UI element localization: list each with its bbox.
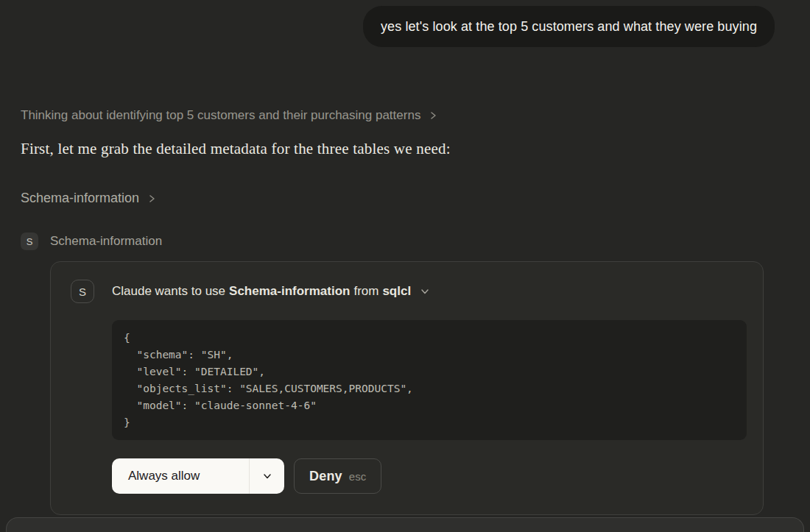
deny-esc-hint: esc — [349, 470, 366, 483]
chevron-down-icon[interactable] — [250, 458, 284, 494]
permission-card-header: S Claude wants to use Schema-information… — [71, 280, 745, 303]
tool-input-json: { "schema": "SH", "level": "DETAILED", "… — [124, 330, 735, 431]
deny-button[interactable]: Deny esc — [294, 458, 381, 494]
user-message-row: yes let's look at the top 5 customers an… — [0, 0, 810, 47]
permission-server-name: sqlcl — [382, 284, 411, 299]
chat-page: yes let's look at the top 5 customers an… — [0, 0, 810, 532]
chevron-right-icon — [428, 110, 438, 121]
permission-tool-name: Schema-information — [229, 284, 350, 299]
permission-title-toggle[interactable]: Claude wants to use Schema-information f… — [112, 284, 431, 299]
thinking-toggle[interactable]: Thinking about identifying top 5 custome… — [21, 108, 438, 123]
deny-label: Deny — [309, 469, 342, 484]
tool-permission-card: S Claude wants to use Schema-information… — [50, 261, 764, 515]
tool-section-toggle[interactable]: Schema-information — [21, 191, 157, 206]
tool-call-name: Schema-information — [50, 234, 162, 249]
chevron-down-icon[interactable] — [419, 285, 431, 297]
assistant-text: First, let me grab the detailed metadata… — [21, 139, 810, 158]
chevron-right-icon — [147, 194, 157, 204]
always-allow-button[interactable]: Always allow — [112, 458, 284, 494]
thinking-label: Thinking about identifying top 5 custome… — [21, 108, 420, 123]
always-allow-label: Always allow — [112, 458, 249, 494]
tool-section-label: Schema-information — [21, 191, 139, 206]
chat-input-bar[interactable] — [6, 517, 804, 532]
tool-badge-icon: S — [21, 233, 38, 250]
tool-call-row: S Schema-information — [21, 233, 810, 250]
user-message-bubble: yes let's look at the top 5 customers an… — [363, 6, 775, 47]
tool-badge-icon: S — [71, 280, 94, 303]
permission-actions: Always allow Deny esc — [112, 458, 745, 494]
tool-input-code-block: { "schema": "SH", "level": "DETAILED", "… — [112, 320, 747, 440]
permission-title-connector: from — [353, 284, 378, 299]
permission-title-prefix: Claude wants to use — [112, 284, 225, 299]
